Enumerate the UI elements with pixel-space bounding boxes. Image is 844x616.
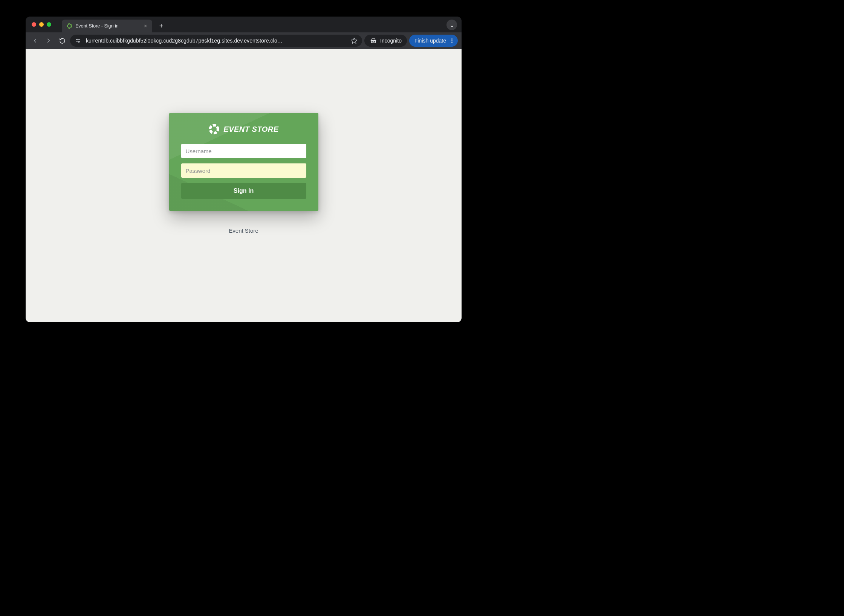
reload-button[interactable]: [57, 35, 68, 46]
tab-search-button[interactable]: ⌄: [446, 20, 457, 30]
browser-tab[interactable]: Event Store - Sign in ×: [62, 20, 152, 32]
incognito-icon: [370, 37, 377, 44]
url-text: kurrentdb.cuibbfkgdubf52i0okcg.cud2g8cgd…: [86, 38, 347, 44]
page-viewport: EVENT STORE Sign In Event Store: [26, 49, 462, 322]
logo-text: EVENT STORE: [223, 125, 278, 134]
forward-button[interactable]: [43, 35, 54, 46]
chevron-down-icon: ⌄: [450, 21, 454, 29]
new-tab-button[interactable]: +: [156, 21, 167, 31]
password-input[interactable]: [181, 163, 306, 178]
svg-marker-5: [352, 38, 357, 44]
eventstore-logo: EVENT STORE: [181, 124, 306, 135]
tab-bar: Event Store - Sign in × + ⌄: [26, 17, 462, 32]
svg-point-4: [78, 41, 80, 43]
window-zoom-button[interactable]: [47, 22, 51, 27]
bookmark-button[interactable]: [351, 37, 359, 44]
incognito-label: Incognito: [380, 38, 402, 44]
login-card: EVENT STORE Sign In: [169, 113, 318, 211]
sign-in-button[interactable]: Sign In: [181, 183, 306, 199]
back-button[interactable]: [29, 35, 41, 46]
logo-secondary: STORE: [252, 125, 279, 133]
window-minimize-button[interactable]: [39, 22, 44, 27]
site-settings-icon[interactable]: [74, 37, 82, 45]
eventstore-footer-link[interactable]: Event Store: [229, 227, 258, 234]
logo-primary: EVENT: [223, 125, 249, 133]
update-label: Finish update: [414, 38, 446, 44]
menu-icon: [451, 38, 453, 43]
browser-window: Event Store - Sign in × + ⌄ kurrentdb.cu…: [26, 17, 462, 322]
close-tab-button[interactable]: ×: [142, 23, 148, 29]
incognito-indicator[interactable]: Incognito: [364, 35, 407, 47]
username-input[interactable]: [181, 144, 306, 158]
svg-point-3: [76, 39, 78, 40]
browser-toolbar: kurrentdb.cuibbfkgdubf52i0okcg.cud2g8cgd…: [26, 32, 462, 49]
finish-update-button[interactable]: Finish update: [409, 35, 458, 47]
window-controls: [29, 17, 54, 32]
tab-title: Event Store - Sign in: [75, 23, 139, 29]
svg-point-0: [67, 24, 72, 28]
eventstore-favicon-icon: [66, 23, 72, 29]
window-close-button[interactable]: [32, 22, 36, 27]
address-bar[interactable]: kurrentdb.cuibbfkgdubf52i0okcg.cud2g8cgd…: [70, 35, 362, 47]
svg-point-8: [209, 124, 219, 134]
eventstore-ring-icon: [208, 124, 220, 135]
